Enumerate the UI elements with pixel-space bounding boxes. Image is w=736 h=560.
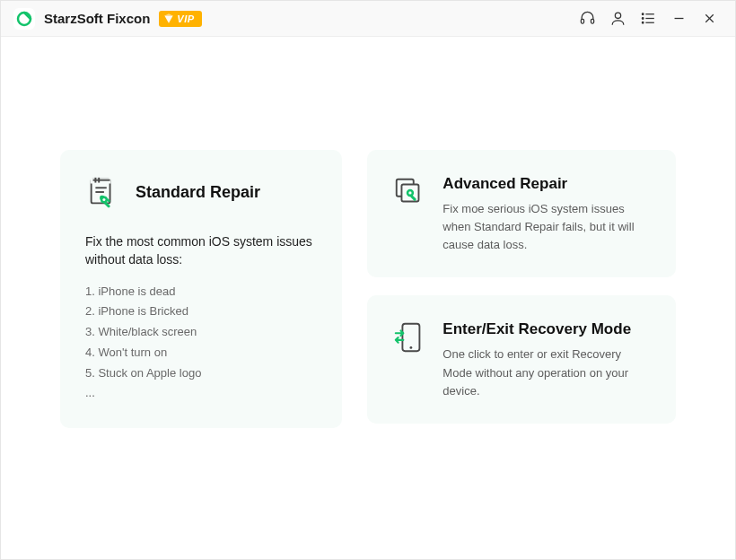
svg-point-27 (409, 191, 412, 194)
headset-icon (579, 10, 596, 27)
account-button[interactable] (602, 2, 633, 36)
svg-point-0 (18, 13, 31, 25)
user-icon (609, 10, 626, 27)
issue-list: 1. iPhone is dead 2. iPhone is Bricked 3… (85, 282, 317, 405)
svg-point-22 (102, 198, 105, 201)
diamond-icon (162, 13, 175, 25)
titlebar: StarzSoft Fixcon VIP (1, 1, 735, 37)
recovery-mode-card[interactable]: Enter/Exit Recovery Mode One click to en… (367, 295, 676, 423)
close-button[interactable] (694, 2, 724, 36)
svg-point-29 (410, 346, 413, 349)
logo-icon (15, 10, 33, 28)
vip-badge[interactable]: VIP (159, 11, 201, 27)
minimize-button[interactable] (663, 2, 694, 36)
svg-point-3 (615, 13, 620, 18)
standard-repair-card[interactable]: Standard Repair Fix the most common iOS … (60, 150, 342, 428)
recovery-mode-icon (392, 320, 426, 354)
advanced-repair-desc: Fix moe serious iOS system issues when S… (442, 200, 651, 254)
advanced-repair-card[interactable]: Advanced Repair Fix moe serious iOS syst… (367, 150, 676, 277)
standard-repair-icon (85, 175, 119, 209)
vip-label: VIP (177, 13, 194, 24)
standard-repair-desc: Fix the most common iOS system issues wi… (85, 232, 317, 269)
list-item: 3. White/black screen (85, 322, 317, 343)
list-item: 1. iPhone is dead (85, 282, 317, 302)
menu-button[interactable] (633, 2, 663, 36)
recovery-mode-desc: One click to enter or exit Recovery Mode… (442, 346, 651, 399)
support-button[interactable] (572, 2, 602, 36)
app-title: StarzSoft Fixcon (44, 11, 150, 26)
svg-rect-2 (591, 19, 593, 23)
svg-point-6 (642, 18, 644, 20)
list-item: 5. Stuck on Apple logo (85, 363, 317, 384)
list-item: 2. iPhone is Bricked (85, 302, 317, 322)
main-panel: Standard Repair Fix the most common iOS … (17, 53, 719, 543)
standard-repair-title: Standard Repair (136, 183, 260, 202)
svg-point-8 (642, 22, 644, 23)
main-content: Standard Repair Fix the most common iOS … (1, 37, 735, 559)
close-icon (702, 11, 717, 26)
advanced-repair-title: Advanced Repair (442, 175, 651, 193)
svg-rect-1 (581, 19, 583, 23)
list-item: 4. Won't turn on (85, 343, 317, 363)
list-item: ... (85, 383, 317, 404)
list-icon (640, 10, 657, 27)
advanced-repair-icon (392, 175, 426, 209)
recovery-mode-title: Enter/Exit Recovery Mode (442, 320, 651, 338)
svg-point-4 (642, 13, 644, 15)
minimize-icon (671, 11, 687, 26)
app-logo (13, 8, 35, 30)
